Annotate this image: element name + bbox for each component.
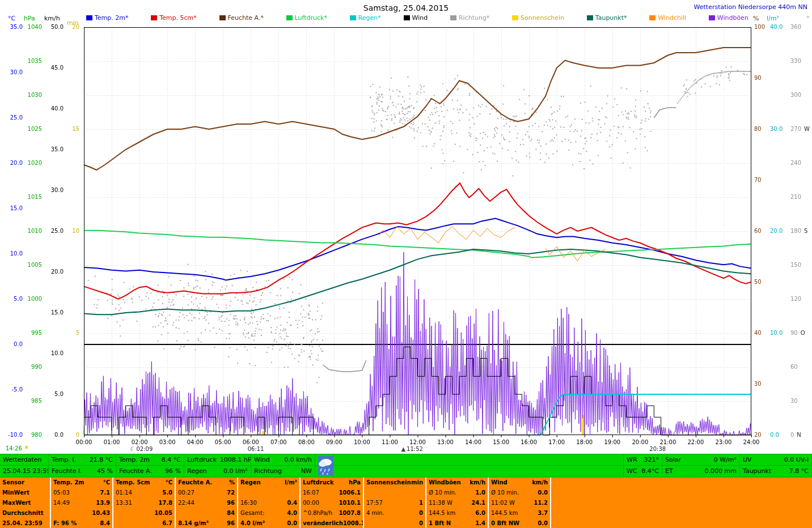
table-cell: 0 Bft NW0.0 — [488, 518, 550, 528]
table-cell: Windkm/h — [488, 478, 550, 488]
table-filler — [550, 498, 812, 508]
table-cell-value: 13.9 — [96, 500, 110, 506]
table-cell-value: 1007.8 — [339, 510, 361, 516]
table-filler — [550, 478, 812, 488]
table-cell-value: 7.1 — [100, 489, 110, 496]
legend-color-swatch — [286, 15, 293, 20]
page-title: Samstag, 25.04.2015 — [0, 3, 812, 12]
table-cell: Feuchte A.% — [175, 478, 237, 488]
status-cell-value: 0.0 UV-I — [784, 456, 809, 463]
legend-label: Feuchte A.* — [228, 14, 264, 22]
table-cell-value: 5.0 — [162, 489, 172, 496]
table-row-label: MaxWert — [0, 498, 50, 508]
table-cell: Temp. 5cm°C — [112, 478, 175, 488]
legend-item: Windböen — [709, 14, 748, 22]
table-cell-value: 8.4 — [100, 520, 110, 526]
legend-label: Windböen — [717, 14, 748, 22]
status-cell-value: 7.8 °C — [789, 467, 809, 475]
table-cell-label: Windböen — [429, 479, 461, 486]
table-cell-value: 17.8 — [158, 500, 172, 506]
legend-color-swatch — [404, 15, 410, 20]
table-cell-value: 6.7 — [162, 520, 172, 526]
table-cell-label: 0 Bft NW — [491, 520, 519, 526]
table-cell-value: 1010.1 — [339, 500, 361, 506]
table-cell-label: Temp. 2m — [53, 479, 84, 486]
status-cell-value: 21.8 °C — [90, 456, 113, 463]
table-cell-label: Temp. 5cm — [116, 479, 150, 486]
status-row: 25.04.15 23:59Feuchte I.45 %Feuchte A.96… — [0, 466, 812, 477]
status-cell-label: UV — [743, 456, 752, 463]
table-cell-label: 1 Bft N — [429, 520, 451, 526]
status-cell-label: Feuchte A. — [119, 467, 152, 475]
status-cell-label: Temp. I. — [52, 456, 76, 463]
weather-icon — [318, 456, 333, 475]
status-cell — [333, 466, 624, 476]
legend-color-swatch — [151, 15, 157, 20]
table-cell-label: 144.5 km — [429, 510, 455, 516]
status-cell-value: 0.0 l/m² — [223, 467, 248, 475]
table-cell-value: 96 — [227, 520, 235, 526]
status-cell: RichtungNW — [251, 466, 315, 476]
table-cell: 11:38 W24.1 — [425, 498, 488, 508]
table-row-label: Durchschnitt — [0, 508, 50, 518]
table-cell-value: 1008.1 — [343, 520, 363, 526]
legend-item: Temp. 2m* — [86, 14, 129, 22]
station-name: Wetterstation Niedersorpe 440m NN — [694, 3, 808, 11]
table-cell-value: 84 — [227, 510, 235, 516]
table-row-label: MinWert — [0, 488, 50, 498]
table-cell-label: 144.5 km — [491, 510, 518, 516]
table-cell-label: 16:30 — [240, 500, 257, 506]
table-cell-label: Wind — [491, 479, 508, 486]
table-cell-label: Sonnenschein — [366, 479, 411, 486]
legend-item: Richtung* — [450, 14, 489, 22]
status-cell: WR321° — [624, 454, 662, 465]
legend-color-swatch — [587, 15, 593, 20]
table-cell-label: 22:44 — [178, 500, 194, 506]
status-cell-value: 45 % — [97, 467, 113, 475]
legend-label: Regen* — [358, 14, 381, 22]
status-cell: 25.04.15 23:59 — [0, 466, 49, 476]
table-cell-value: 3.7 — [538, 510, 548, 516]
status-cell-value: 96 % — [165, 467, 181, 475]
table-cell: 16:300.4 — [237, 498, 299, 508]
legend-item: Feuchte A.* — [219, 14, 264, 22]
table-cell-value: 72 — [227, 489, 235, 496]
table-row: MinWert05:037.101:145.000:277216:071006.… — [0, 488, 812, 498]
table-cell-value: min — [411, 479, 423, 486]
table-cell-value: 6.0 — [475, 510, 485, 516]
table-cell-label: 05:03 — [53, 489, 70, 496]
table-cell-value: 1006.1 — [339, 489, 361, 496]
status-bar: WetterdatenTemp. I.21.8 °CTemp. 2m8.4 °C… — [0, 454, 812, 478]
table-cell-label: 4 min. — [366, 510, 384, 516]
table-cell-label: 00:00 — [303, 500, 319, 506]
table-cell-label: ^0.8hPa/h — [303, 510, 332, 516]
table-cell-label: Gesamt: — [240, 510, 264, 516]
table-cell-value: km/h — [532, 479, 548, 486]
table-cell-label: 00:27 — [178, 489, 194, 496]
legend-color-swatch — [450, 15, 456, 20]
table-cell-label: 11:38 W — [429, 500, 452, 506]
status-cell-value: NW — [301, 467, 312, 475]
legend-label: Taupunkt* — [595, 14, 627, 22]
table-cell: 00:001010.1 — [299, 498, 363, 508]
table-cell: 10.43 — [50, 508, 112, 518]
status-cell-label: Feuchte I. — [52, 467, 82, 475]
table-cell: Sonnenscheinmin — [363, 478, 425, 488]
legend-label: Temp. 5cm* — [159, 14, 197, 22]
table-row: SensorTemp. 2m°CTemp. 5cm°CFeuchte A.%Re… — [0, 478, 812, 488]
status-cell: Temp. I.21.8 °C — [49, 454, 116, 465]
table-cell — [363, 488, 425, 498]
status-cell-label: Richtung — [254, 467, 282, 475]
table-cell-value: 4.0 — [287, 510, 297, 516]
chart-legend: Temp. 2m*Temp. 5cm*Feuchte A.*Luftdruck*… — [86, 14, 748, 22]
table-cell-value: 1 — [419, 500, 423, 506]
table-row: Durchschnitt10.4310.0584Gesamt:4.0^0.8hP… — [0, 508, 812, 518]
table-cell: Regenl/m² — [237, 478, 299, 488]
table-cell: veränderlich1008.1 — [299, 518, 363, 528]
table-cell-label: 17:57 — [366, 500, 383, 506]
table-cell-label: Ø 10 min. — [429, 489, 456, 496]
table-row: MaxWert14:4913.913:3117.822:449616:300.4… — [0, 498, 812, 508]
table-cell: 16:071006.1 — [299, 488, 363, 498]
table-cell: 13:3117.8 — [112, 498, 175, 508]
table-cell: ^0.8hPa/h1007.8 — [299, 508, 363, 518]
